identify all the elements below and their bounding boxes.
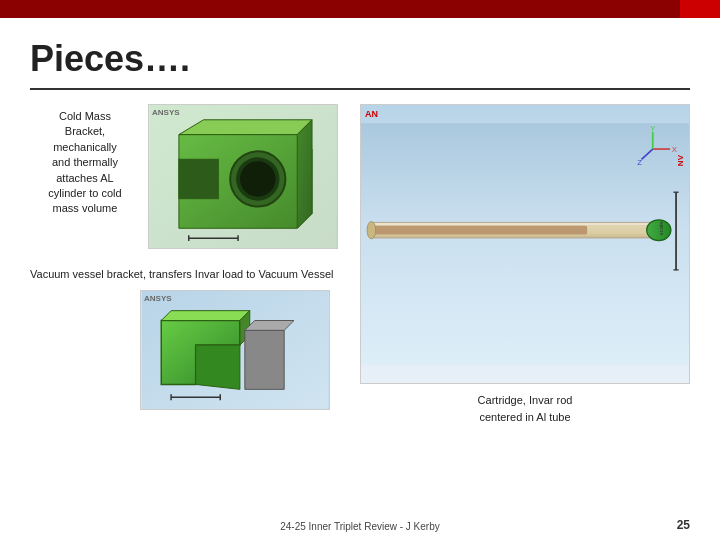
ansys-mark: ANSYS [152, 108, 180, 117]
top-bar-accent [680, 0, 720, 18]
svg-marker-16 [196, 345, 240, 389]
right-column: AN NV [360, 104, 690, 524]
svg-point-28 [367, 222, 376, 239]
cartridge-nv-logo: NV [676, 155, 685, 166]
svg-text:scale: scale [658, 221, 664, 236]
vacuum-vessel-text: Vacuum vessel bracket, transfers Invar l… [30, 267, 350, 282]
cold-mass-text: Cold Mass Bracket, mechanically and ther… [30, 104, 140, 217]
svg-text:Y: Y [650, 124, 655, 133]
cartridge-section: AN NV [360, 104, 690, 524]
svg-marker-8 [179, 159, 218, 198]
svg-text:Z: Z [637, 158, 642, 167]
cold-mass-section: Cold Mass Bracket, mechanically and ther… [30, 104, 350, 249]
left-column: Cold Mass Bracket, mechanically and ther… [30, 104, 350, 524]
svg-point-6 [240, 161, 276, 197]
svg-marker-3 [297, 120, 312, 228]
top-bar [0, 0, 720, 18]
page-title: Pieces…. [30, 38, 690, 80]
vacuum-ansys-mark: ANSYS [144, 294, 172, 303]
svg-marker-14 [161, 311, 250, 321]
content-area: Cold Mass Bracket, mechanically and ther… [30, 104, 690, 524]
divider [30, 88, 690, 90]
cartridge-ansys-logo: AN [365, 109, 378, 119]
main-content: Pieces…. Cold Mass Bracket, mechanically… [0, 18, 720, 534]
bracket-svg [149, 105, 337, 248]
cartridge-text: Cartridge, Invar rod centered in Al tube [360, 392, 690, 425]
page-number: 25 [677, 518, 690, 532]
svg-rect-26 [371, 226, 587, 235]
vacuum-image: ANSYS [140, 290, 330, 410]
cold-mass-image: ANSYS [148, 104, 338, 249]
footer-text: 24-25 Inner Triplet Review - J Kerby [280, 521, 440, 532]
footer: 24-25 Inner Triplet Review - J Kerby [0, 521, 720, 532]
svg-text:X: X [672, 145, 677, 154]
cartridge-svg: X Y Z scale [361, 105, 689, 383]
vacuum-svg [141, 291, 329, 409]
cartridge-image: AN NV [360, 104, 690, 384]
svg-marker-17 [245, 331, 284, 390]
